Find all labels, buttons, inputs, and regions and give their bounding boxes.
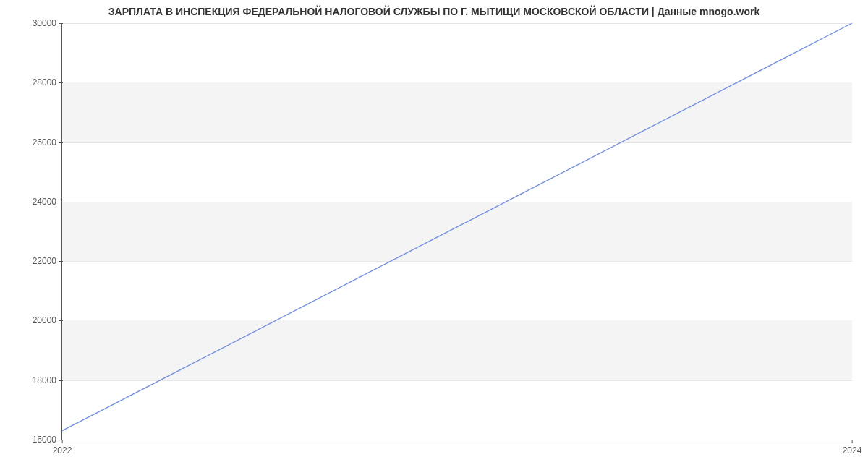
y-tick-label: 20000	[33, 315, 62, 325]
line-layer	[62, 23, 852, 440]
y-tick-label: 24000	[33, 197, 62, 207]
y-gridline	[62, 440, 852, 440]
y-tick-label: 26000	[33, 137, 62, 148]
y-tick-label: 30000	[33, 18, 62, 28]
series-line	[62, 23, 852, 431]
y-tick-label: 28000	[33, 77, 62, 87]
x-tick-label: 2024	[843, 440, 862, 456]
chart-container: ЗАРПЛАТА В ИНСПЕКЦИЯ ФЕДЕРАЛЬНОЙ НАЛОГОВ…	[0, 0, 868, 470]
x-tick-label: 2022	[53, 440, 72, 456]
chart-title: ЗАРПЛАТА В ИНСПЕКЦИЯ ФЕДЕРАЛЬНОЙ НАЛОГОВ…	[0, 6, 868, 17]
y-tick-label: 22000	[33, 256, 62, 266]
y-tick-label: 18000	[33, 375, 62, 385]
plot-area: 1600018000200002200024000260002800030000…	[61, 23, 852, 440]
